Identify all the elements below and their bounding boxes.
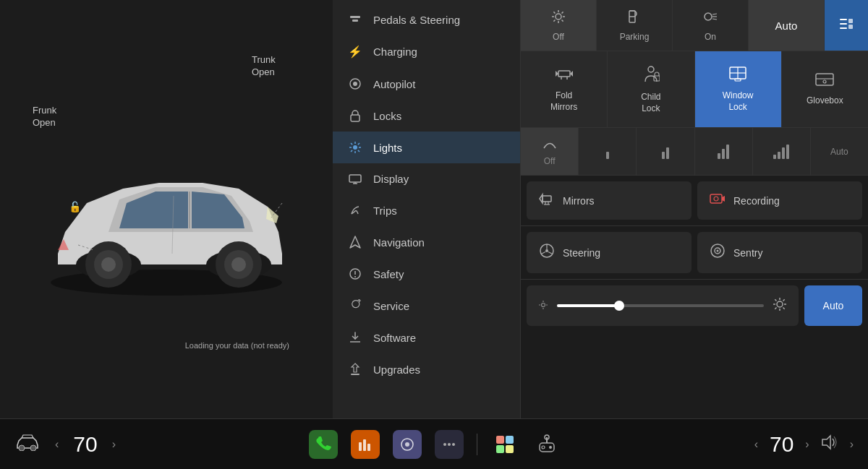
sidebar-item-charging-label: Charging	[373, 46, 417, 58]
wiper-auto-btn[interactable]: Auto	[811, 128, 868, 175]
phone-app-icon[interactable]	[309, 430, 338, 459]
lights-top-row: Off Parking	[521, 0, 868, 51]
svg-rect-110	[506, 436, 514, 444]
sidebar-item-autopilot[interactable]: Autopilot	[333, 68, 520, 100]
svg-rect-54	[840, 27, 847, 29]
speed-right-decrease[interactable]: ‹	[754, 438, 758, 451]
wiper-2-btn[interactable]	[637, 128, 694, 175]
glovebox-btn[interactable]: Glovebox	[782, 51, 868, 127]
wiper-4-btn[interactable]	[753, 128, 811, 175]
sidebar: Pedals & Steering ⚡ Charging Autopilot L…	[333, 0, 521, 418]
speed-left-increase[interactable]: ›	[112, 438, 116, 451]
more-app-icon[interactable]	[435, 430, 464, 459]
trips-icon	[347, 204, 363, 217]
wiper-3-btn[interactable]	[695, 128, 753, 175]
sidebar-item-safety[interactable]: Safety	[333, 258, 520, 290]
sidebar-item-lights-label: Lights	[373, 142, 402, 154]
steering-label: Steering	[563, 247, 600, 259]
sidebar-item-lights[interactable]: Lights	[333, 132, 520, 163]
upgrades-icon	[347, 363, 363, 376]
svg-rect-57	[558, 71, 570, 77]
brightness-auto-btn[interactable]: Auto	[804, 285, 862, 326]
lights-on-icon	[702, 9, 718, 28]
svg-marker-118	[822, 436, 830, 449]
wiper-1-btn[interactable]	[579, 128, 637, 175]
svg-rect-101	[359, 442, 362, 451]
lights-auto-btn[interactable]: Auto	[749, 0, 825, 51]
sidebar-item-service-label: Service	[373, 300, 409, 312]
lights-menu-btn[interactable]	[825, 0, 868, 51]
right-panel: Off Parking	[521, 0, 868, 418]
child-lock-btn[interactable]: ChildLock	[608, 51, 694, 127]
wiper-off-btn[interactable]: Off	[521, 128, 579, 175]
mirrors-btn[interactable]: Mirrors	[527, 181, 692, 220]
fold-mirrors-btn[interactable]: FoldMirrors	[521, 51, 608, 127]
svg-line-81	[548, 252, 553, 254]
lights-parking-btn[interactable]: Parking	[597, 0, 673, 51]
sidebar-item-charging[interactable]: ⚡ Charging	[333, 35, 520, 68]
taskbar-divider	[477, 434, 477, 455]
brightness-slider-track[interactable]	[557, 304, 764, 307]
svg-point-116	[542, 446, 545, 449]
brightness-min-icon	[538, 300, 548, 312]
recording-icon	[709, 192, 726, 210]
software-icon	[347, 331, 363, 344]
speed-left-decrease[interactable]: ‹	[55, 438, 59, 451]
window-lock-btn[interactable]: WindowLock	[695, 51, 782, 127]
recording-btn[interactable]: Recording	[697, 181, 862, 220]
wiper-auto-label: Auto	[830, 147, 848, 157]
sidebar-item-service[interactable]: Service	[333, 290, 520, 322]
steering-btn[interactable]: Steering	[527, 232, 692, 273]
sidebar-item-upgrades[interactable]: Upgrades	[333, 353, 520, 385]
brightness-slider-container[interactable]	[527, 285, 799, 326]
arcade-app-icon[interactable]	[532, 430, 561, 459]
speed-right-increase[interactable]: ›	[805, 438, 809, 451]
wiper-3-bars	[718, 145, 729, 159]
trunk-label: Trunk Open	[252, 54, 276, 79]
sidebar-item-pedals[interactable]: Pedals & Steering	[333, 4, 520, 35]
svg-point-20	[353, 145, 357, 150]
sidebar-item-locks[interactable]: Locks	[333, 100, 520, 132]
sentry-label: Sentry	[733, 247, 762, 259]
svg-point-107	[448, 443, 451, 446]
wiper-row: Off	[521, 128, 868, 176]
svg-point-9	[231, 257, 246, 272]
sentry-btn[interactable]: Sentry	[697, 232, 862, 273]
svg-point-38	[556, 14, 561, 20]
dashcam-app-icon[interactable]	[393, 430, 422, 459]
sidebar-item-software[interactable]: Software	[333, 322, 520, 353]
display-icon	[347, 174, 363, 184]
sidebar-item-navigation[interactable]: Navigation	[333, 226, 520, 258]
svg-rect-74	[710, 194, 722, 203]
games-app-icon[interactable]	[490, 430, 519, 459]
lights-off-btn[interactable]: Off	[521, 0, 597, 51]
music-app-icon[interactable]	[351, 430, 380, 459]
volume-icon[interactable]	[821, 434, 838, 454]
sidebar-item-locks-label: Locks	[373, 110, 401, 122]
sidebar-item-display-label: Display	[373, 173, 409, 185]
svg-line-45	[562, 12, 563, 13]
svg-line-49	[712, 14, 717, 14]
svg-point-100	[30, 445, 36, 451]
svg-rect-112	[506, 445, 514, 453]
svg-rect-102	[363, 439, 366, 451]
svg-marker-32	[350, 236, 360, 248]
svg-rect-37	[351, 374, 359, 375]
taskbar-car-icon[interactable]	[14, 433, 41, 456]
lights-off-icon	[550, 9, 566, 28]
sidebar-item-display[interactable]: Display	[333, 163, 520, 194]
svg-rect-109	[496, 436, 504, 444]
sidebar-item-trips[interactable]: Trips	[333, 194, 520, 226]
main-content: Frunk Open Trunk Open	[0, 0, 868, 418]
navigation-icon	[347, 236, 363, 249]
svg-line-28	[351, 150, 352, 152]
autopilot-icon	[347, 77, 363, 90]
svg-point-105	[405, 442, 409, 447]
svg-rect-52	[840, 19, 847, 20]
volume-right-arrow[interactable]: ›	[850, 438, 854, 451]
fold-mirrors-icon	[554, 66, 574, 86]
svg-point-68	[823, 80, 826, 83]
svg-rect-29	[349, 175, 361, 182]
sidebar-item-safety-label: Safety	[373, 268, 404, 280]
lights-on-btn[interactable]: On	[673, 0, 749, 51]
